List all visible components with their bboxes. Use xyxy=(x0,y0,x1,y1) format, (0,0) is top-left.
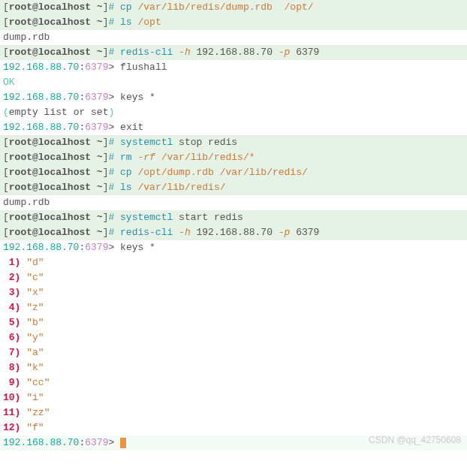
command: systemctl xyxy=(120,137,173,148)
ok-status: OK xyxy=(3,77,15,88)
command: cp xyxy=(120,2,132,13)
path-arg: /var/lib/redis/* xyxy=(161,152,255,163)
result-index: 1 xyxy=(3,257,15,268)
result-row: 10) "i" xyxy=(0,390,467,405)
result-row: 3) "x" xyxy=(0,285,467,300)
terminal-line: [root@localhost ~]# systemctl start redi… xyxy=(0,210,467,225)
result-index: 6 xyxy=(3,332,15,343)
result-index: 5 xyxy=(3,317,15,328)
paren-close: ) xyxy=(108,107,114,118)
output-line: dump.rdb xyxy=(0,195,467,210)
result-value: "zz" xyxy=(26,407,50,418)
result-value: "d" xyxy=(26,257,44,268)
ip-arg: 192.168.88.70 xyxy=(197,47,273,58)
terminal-line: [root@localhost ~]# cp /var/lib/redis/du… xyxy=(0,0,467,15)
prompt-text: root@localhost ~ xyxy=(9,2,103,13)
redis-prompt-line: 192.168.88.70:6379> keys * xyxy=(0,90,467,105)
result-value: "a" xyxy=(26,347,44,358)
result-value: "cc" xyxy=(26,377,50,388)
redis-prompt-line: 192.168.88.70:6379> flushall xyxy=(0,60,467,75)
result-index: 12 xyxy=(3,422,15,433)
command: ls xyxy=(120,17,132,28)
redis-command: keys * xyxy=(120,242,155,253)
terminal-line: [root@localhost ~]# ls /opt xyxy=(0,15,467,30)
flag: -p xyxy=(279,47,291,58)
redis-command: flushall xyxy=(120,62,167,73)
command: cp xyxy=(120,167,132,178)
path-arg: /var/lib/redis/ xyxy=(220,167,308,178)
redis-ip: 192.168.88.70 xyxy=(3,62,79,73)
prompt-hash: # xyxy=(108,2,120,13)
result-value: "i" xyxy=(26,392,44,403)
terminal-line: [root@localhost ~]# redis-cli -h 192.168… xyxy=(0,45,467,60)
result-value: "k" xyxy=(26,362,44,373)
flag: -h xyxy=(179,227,191,238)
terminal-line: [root@localhost ~]# cp /opt/dump.rdb /va… xyxy=(0,165,467,180)
watermark-text: CSDN @qq_42750608 xyxy=(369,432,461,447)
terminal-line: [root@localhost ~]# ls /var/lib/redis/ xyxy=(0,180,467,195)
command: redis-cli xyxy=(120,227,173,238)
command: rm xyxy=(120,152,132,163)
result-index: 7 xyxy=(3,347,15,358)
result-value: "x" xyxy=(26,287,44,298)
result-value: "b" xyxy=(26,317,44,328)
result-row: 9) "cc" xyxy=(0,375,467,390)
port-arg: 6379 xyxy=(296,47,319,58)
paren-open: ( xyxy=(3,107,9,118)
result-row: 1) "d" xyxy=(0,255,467,270)
output-line: dump.rdb xyxy=(0,30,467,45)
result-row: 6) "y" xyxy=(0,330,467,345)
path-arg: /opt/ xyxy=(285,2,314,13)
path-arg: /opt/dump.rdb xyxy=(137,167,213,178)
flag: -p xyxy=(279,227,291,238)
result-value: "y" xyxy=(26,332,44,343)
command: ls xyxy=(120,182,132,193)
bracket-open: [ xyxy=(3,2,9,13)
result-index: 4 xyxy=(3,302,15,313)
flag: -h xyxy=(179,47,191,58)
redis-port: 6379 xyxy=(85,62,108,73)
result-index: 8 xyxy=(3,362,15,373)
redis-prompt-line: 192.168.88.70:6379> exit xyxy=(0,120,467,135)
terminal-line: [root@localhost ~]# rm -rf /var/lib/redi… xyxy=(0,150,467,165)
results-list: 1) "d" 2) "c" 3) "x" 4) "z" 5) "b" 6) "y… xyxy=(0,255,467,435)
redis-command: exit xyxy=(120,122,143,133)
result-index: 3 xyxy=(3,287,15,298)
command: redis-cli xyxy=(120,47,173,58)
result-index: 11 xyxy=(3,407,15,418)
terminal-line: [root@localhost ~]# systemctl stop redis xyxy=(0,135,467,150)
path-arg: /var/lib/redis/ xyxy=(137,182,225,193)
result-row: 8) "k" xyxy=(0,360,467,375)
terminal-line: [root@localhost ~]# redis-cli -h 192.168… xyxy=(0,225,467,240)
path-arg: /var/lib/redis/dump.rdb xyxy=(137,2,272,13)
result-index: 9 xyxy=(3,377,15,388)
output-line: OK xyxy=(0,75,467,90)
result-value: "z" xyxy=(26,302,44,313)
cursor-icon xyxy=(120,438,126,448)
redis-prompt-line: 192.168.88.70:6379> keys * xyxy=(0,240,467,255)
result-value: "f" xyxy=(26,422,44,433)
result-row: 11) "zz" xyxy=(0,405,467,420)
command: systemctl xyxy=(120,212,173,223)
result-index: 2 xyxy=(3,272,15,283)
result-value: "c" xyxy=(26,272,44,283)
result-row: 4) "z" xyxy=(0,300,467,315)
result-index: 10 xyxy=(3,392,15,403)
result-row: 7) "a" xyxy=(0,345,467,360)
result-row: 5) "b" xyxy=(0,315,467,330)
result-row: 2) "c" xyxy=(0,270,467,285)
redis-command: keys * xyxy=(120,92,155,103)
output-line: (empty list or set) xyxy=(0,105,467,120)
path-arg: /opt xyxy=(137,17,161,28)
flag: -rf xyxy=(137,152,155,163)
